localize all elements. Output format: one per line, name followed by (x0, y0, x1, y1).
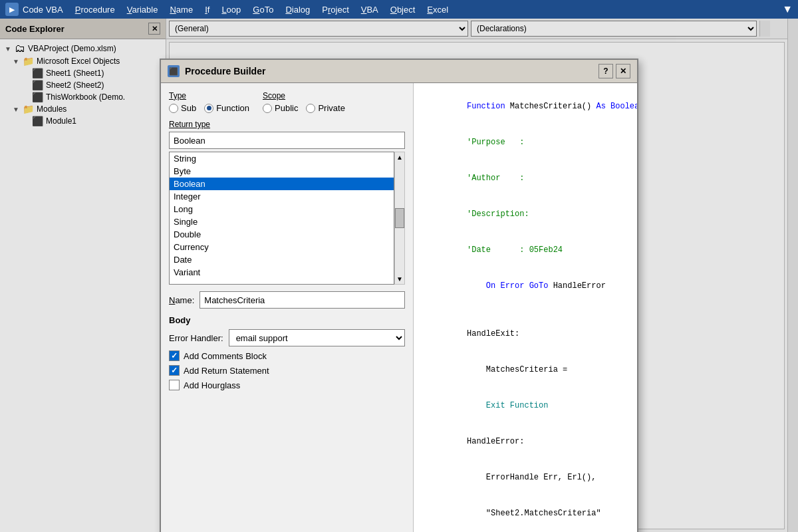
scope-label: Scope (263, 91, 345, 100)
code-preview-line7 (419, 304, 632, 316)
modal-overlay: ⬛ Procedure Builder ? ✕ Type (0, 19, 798, 532)
app-logo: ▶ Code VBA (5, 3, 63, 16)
code-preview-line4: 'Description: (419, 196, 632, 232)
procedure-builder-dialog: ⬛ Procedure Builder ? ✕ Type (160, 59, 638, 532)
code-preview-line6: On Error GoTo HandleError (419, 268, 632, 304)
body-section: Body Error Handler: email support none l… (169, 315, 405, 390)
dialog-help-button[interactable]: ? (598, 64, 613, 78)
name-label: Name: (169, 295, 194, 305)
code-on-keyword: On Error GoTo (486, 281, 553, 291)
type-label: Type (169, 91, 249, 100)
menu-vba[interactable]: VBA (356, 3, 384, 16)
code-comment-author: 'Author : (467, 174, 524, 183)
listbox-item-currency[interactable]: Currency (170, 241, 394, 253)
return-type-listbox[interactable]: String Byte Boolean Integer Long Single … (169, 152, 394, 285)
app-title: Code VBA (23, 5, 63, 15)
name-input[interactable] (200, 291, 405, 309)
type-function-radio-dot (207, 106, 211, 110)
listbox-item-date[interactable]: Date (170, 253, 394, 266)
checkbox-check-icon: ✓ (171, 351, 178, 360)
add-return-checkbox-row[interactable]: ✓ Add Return Statement (169, 365, 405, 376)
dialog-body: Type Sub Function (161, 83, 637, 532)
menu-object[interactable]: Object (385, 3, 421, 16)
dialog-icon: ⬛ (168, 65, 180, 77)
scope-radio-group: Public Private (263, 103, 345, 113)
scope-public-label: Public (275, 103, 298, 113)
code-comment-date: 'Date : 05Feb24 (467, 245, 563, 255)
listbox-container: String Byte Boolean Integer Long Single … (169, 152, 405, 285)
code-comment-purpose: 'Purpose : (467, 138, 524, 147)
listbox-scrollbar[interactable]: ▲ ▼ (394, 152, 405, 285)
error-handler-select[interactable]: email support none log to file (229, 329, 405, 346)
code-sheet-ref: "Sheet2.MatchesCriteria" (467, 509, 601, 518)
return-type-label: Return type (169, 120, 405, 129)
code-preview-line9: MatchesCriteria = (419, 352, 632, 388)
scroll-up-icon[interactable]: ▲ (396, 154, 403, 161)
code-matches-assign: MatchesCriteria = (467, 365, 567, 374)
menu-procedure[interactable]: Procedure (70, 3, 120, 16)
dialog-close-button[interactable]: ✕ (616, 64, 630, 78)
dialog-title-left: ⬛ Procedure Builder (168, 65, 265, 77)
listbox-item-double[interactable]: Double (170, 228, 394, 241)
type-function-radio[interactable] (204, 104, 213, 113)
type-sub-label: Sub (181, 103, 196, 113)
add-hourglass-label: Add Hourglass (184, 380, 240, 390)
menu-loop[interactable]: Loop (216, 3, 246, 16)
scope-private-label: Private (318, 103, 344, 113)
error-handler-label: Error Handler: (169, 333, 223, 343)
dialog-titlebar: ⬛ Procedure Builder ? ✕ (161, 60, 637, 83)
name-row: Name: (169, 291, 405, 309)
type-field-group: Type Sub Function (169, 91, 249, 113)
listbox-item-boolean[interactable]: Boolean (170, 178, 394, 190)
menu-bar: ▶ Code VBA Procedure Variable Name If Lo… (0, 0, 798, 19)
menu-name[interactable]: Name (164, 3, 198, 16)
type-radio-group: Sub Function (169, 103, 249, 113)
code-comment-description: 'Description: (467, 209, 529, 219)
scope-field-group: Scope Public Private (263, 91, 345, 113)
code-preview-line10: Exit Function (419, 388, 632, 424)
type-sub-radio[interactable] (169, 104, 178, 113)
add-hourglass-checkbox[interactable] (169, 380, 180, 390)
code-preview-line11: HandleError: (419, 424, 632, 460)
menu-expand-icon[interactable]: ▼ (782, 3, 793, 15)
code-function-keyword: Function (467, 102, 510, 111)
logo-icon: ▶ (5, 3, 19, 16)
menu-excel[interactable]: Excel (422, 3, 454, 16)
scope-public-radio[interactable] (263, 104, 272, 113)
code-preview-line8: HandleExit: (419, 316, 632, 352)
add-hourglass-checkbox-row[interactable]: Add Hourglass (169, 380, 405, 390)
type-sub-option[interactable]: Sub (169, 103, 196, 113)
dialog-left-panel: Type Sub Function (161, 83, 414, 532)
listbox-item-byte[interactable]: Byte (170, 165, 394, 178)
code-preview-line2: 'Purpose : (419, 124, 632, 160)
listbox-item-single[interactable]: Single (170, 215, 394, 228)
dialog-code-preview: Function MatchesCriteria() As Boolean 'P… (414, 83, 637, 532)
menu-variable[interactable]: Variable (122, 3, 164, 16)
scope-private-option[interactable]: Private (306, 103, 344, 113)
menu-project[interactable]: Project (317, 3, 354, 16)
scroll-thumb[interactable] (395, 208, 404, 228)
scope-private-radio[interactable] (306, 104, 315, 113)
add-comments-checkbox[interactable]: ✓ (169, 350, 180, 361)
checkbox-check-icon: ✓ (171, 366, 178, 375)
code-preview-line5: 'Date : 05Feb24 (419, 232, 632, 268)
menu-if[interactable]: If (200, 3, 215, 16)
menu-dialog[interactable]: Dialog (280, 3, 315, 16)
code-exit-function: Exit Function (467, 401, 548, 410)
return-type-input[interactable] (169, 132, 405, 149)
menu-goto[interactable]: GoTo (247, 3, 279, 16)
add-comments-checkbox-row[interactable]: ✓ Add Comments Block (169, 350, 405, 361)
listbox-item-long[interactable]: Long (170, 203, 394, 215)
listbox-item-integer[interactable]: Integer (170, 190, 394, 203)
add-return-checkbox[interactable]: ✓ (169, 365, 180, 376)
scope-public-option[interactable]: Public (263, 103, 298, 113)
code-error-handle-call: ErrorHandle Err, Erl(), (467, 473, 596, 482)
listbox-item-variant[interactable]: Variant (170, 266, 394, 279)
listbox-item-string[interactable]: String (170, 152, 394, 165)
type-function-option[interactable]: Function (204, 103, 249, 113)
scroll-down-icon[interactable]: ▼ (396, 275, 403, 283)
code-handle-error-label: HandleError: (467, 437, 524, 446)
body-label: Body (169, 315, 405, 325)
type-function-label: Function (216, 103, 249, 113)
code-preview-line13: "Sheet2.MatchesCriteria" (419, 495, 632, 531)
